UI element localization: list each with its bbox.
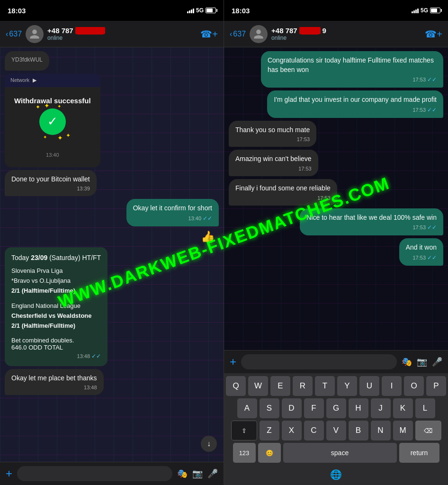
message-time: 17:53 (235, 166, 312, 171)
key-h[interactable]: H (349, 398, 368, 418)
signal-bar-1 (412, 11, 413, 13)
left-camera-icon[interactable]: 📷 (192, 468, 203, 479)
return-key[interactable]: return (399, 443, 439, 463)
right-mic-icon[interactable]: 🎤 (432, 357, 442, 367)
right-status-bar: 18:03 5G (224, 0, 448, 21)
key-a[interactable]: A (237, 398, 257, 418)
keyboard-row-1: Q W E R T Y U I O P (226, 376, 446, 396)
emoji-key[interactable]: 😊 (258, 443, 281, 463)
key-v[interactable]: V (326, 421, 346, 440)
message-time: 17:53 ✓✓ (274, 107, 437, 113)
sparkles-decoration: ✦ ✦ ✓ ✦ ✦ (39, 108, 66, 135)
match-2: England National League Chesterfield vs … (11, 301, 101, 331)
key-b[interactable]: B (349, 421, 368, 440)
left-input-bar: + 🎭 📷 🎤 (0, 462, 224, 485)
signal-bar-4 (417, 9, 419, 13)
withdrawal-header: Network ▶ (5, 73, 100, 87)
key-e[interactable]: E (270, 376, 290, 396)
key-z[interactable]: Z (260, 421, 279, 440)
left-chat-area[interactable]: YD3fdkWUL Network ▶ Withdrawal successfu… (0, 47, 224, 462)
read-ticks: ✓✓ (427, 224, 437, 231)
left-contact-status: online (47, 35, 197, 41)
key-r[interactable]: R (293, 376, 313, 396)
key-l[interactable]: L (415, 398, 435, 418)
match-card-time: 13:48 ✓✓ (11, 353, 101, 359)
message-bubble: YD3fdkWUL (5, 51, 49, 71)
withdrawal-card: Network ▶ Withdrawal successful ✦ ✦ ✓ ✦ … (5, 73, 100, 167)
withdrawal-title: Withdrawal successful (14, 97, 91, 105)
keyboard-row-3: ⇧ Z X C V B N M ⌫ (226, 421, 446, 440)
left-sticker-icon[interactable]: 🎭 (177, 468, 188, 479)
message-time: 13:39 (11, 186, 90, 191)
globe-icon[interactable]: 🌐 (330, 469, 342, 480)
left-mic-icon[interactable]: 🎤 (207, 468, 218, 479)
left-status-time: 18:03 (8, 7, 26, 15)
scroll-down-button[interactable]: ↓ (201, 436, 217, 452)
right-nav-actions: ☎+ (425, 28, 442, 40)
right-battery-fill (431, 9, 437, 12)
match-1-odds: 2/1 (Halftime/Fulltime) (11, 287, 75, 294)
message-text: Okay let me place bet thanks (11, 374, 97, 383)
key-m[interactable]: M (393, 421, 413, 440)
right-sticker-icon[interactable]: 🎭 (402, 357, 412, 367)
match-card-date: Today 23/09 (Saturday) HT/FT (11, 254, 101, 261)
left-contact-redact: ██████ (75, 27, 105, 34)
right-attach-button[interactable]: + (230, 355, 236, 368)
right-input-bar: + 🎭 📷 🎤 (224, 350, 448, 373)
left-add-contact-icon[interactable]: ☎+ (200, 28, 218, 40)
key-p[interactable]: P (426, 376, 446, 396)
person-icon (29, 28, 40, 40)
numbers-key[interactable]: 123 (233, 443, 256, 463)
key-o[interactable]: O (404, 376, 424, 396)
key-c[interactable]: C (304, 421, 324, 440)
table-row: Thank you so much mate 17:53 (229, 121, 443, 147)
message-bubble: Okay let me place bet thanks 13:48 (5, 369, 104, 395)
right-back-button[interactable]: ‹ 637 (230, 30, 246, 38)
key-d[interactable]: D (282, 398, 302, 418)
read-ticks: ✓✓ (427, 254, 437, 261)
key-s[interactable]: S (260, 398, 279, 418)
right-add-contact-icon[interactable]: ☎+ (425, 28, 442, 40)
keyboard-row-4: 123 😊 space return (226, 443, 446, 463)
table-row: Okay let me place bet thanks 13:48 (5, 369, 219, 395)
message-text: Finally i found some one reliable (235, 184, 331, 193)
key-u[interactable]: U (359, 376, 379, 396)
space-key[interactable]: space (283, 443, 397, 463)
left-signal-bars (187, 8, 194, 13)
table-row: Done to your Bitcoin wallet 13:39 (5, 170, 219, 197)
message-bubble: Nice to hear that like we deal 100% safe… (300, 208, 443, 236)
read-ticks: ✓✓ (427, 76, 437, 83)
left-back-button[interactable]: ‹ 637 (6, 30, 22, 38)
key-i[interactable]: I (382, 376, 402, 396)
key-x[interactable]: X (282, 421, 302, 440)
right-status-icons: 5G (412, 7, 440, 14)
key-n[interactable]: N (371, 421, 391, 440)
shift-key[interactable]: ⇧ (231, 421, 257, 440)
key-t[interactable]: T (315, 376, 335, 396)
checkmark-icon: ✓ (47, 114, 58, 129)
key-q[interactable]: Q (226, 376, 246, 396)
key-g[interactable]: G (326, 398, 346, 418)
delete-key[interactable]: ⌫ (415, 421, 441, 440)
left-contact-name: +48 787 ██████ (47, 27, 197, 35)
key-k[interactable]: K (393, 398, 413, 418)
match-2-teams: Chesterfield vs Wealdstone (11, 312, 92, 319)
match-card-footer: Bet combined doubles. 646.0 ODD TOTAL (11, 337, 101, 351)
right-camera-icon[interactable]: 📷 (417, 357, 427, 367)
message-text: Amazing win can't believe (235, 154, 312, 164)
right-back-count: 637 (233, 30, 246, 38)
left-status-bar: 18:03 5G (0, 0, 224, 21)
right-message-input[interactable] (241, 354, 397, 369)
left-message-input[interactable] (17, 466, 172, 481)
key-f[interactable]: F (304, 398, 324, 418)
message-time: 17:53 (235, 136, 310, 142)
left-attach-button[interactable]: + (6, 467, 12, 480)
key-j[interactable]: J (371, 398, 391, 418)
key-y[interactable]: Y (337, 376, 357, 396)
right-chat-area[interactable]: Congratulations sir today halftime Fullt… (224, 47, 448, 350)
message-time: 17:53 (235, 195, 331, 201)
key-w[interactable]: W (248, 376, 268, 396)
left-panel: 18:03 5G ‹ 637 +48 787 ██████ (0, 0, 224, 485)
read-ticks: ✓✓ (203, 215, 212, 222)
table-row: YD3fdkWUL (5, 51, 219, 71)
